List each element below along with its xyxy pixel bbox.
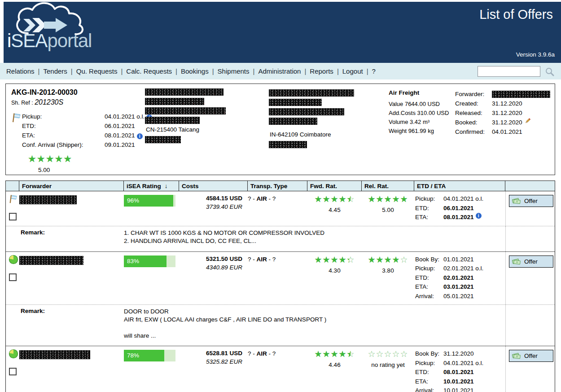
nav-item-?[interactable]: ? — [372, 67, 376, 75]
shipment-meta-block: Forwarder:Created:31.12.2020Released:31.… — [455, 88, 555, 175]
freight-mode: Air Freight — [389, 89, 455, 96]
offer-select-checkbox[interactable] — [9, 273, 17, 281]
shipment-meta-row: Created:31.12.2020 — [455, 99, 555, 108]
reliability-rating: ☆☆☆☆☆★★★★★ 5.00 — [362, 191, 414, 226]
col-header-fwd-rat[interactable]: Fwd. Rat. — [307, 181, 362, 191]
redacted-address-line — [145, 136, 181, 143]
redacted-address-line — [269, 141, 307, 148]
nav-item-bookings[interactable]: Bookings — [181, 67, 209, 75]
origin-address-block: CN-215400 Taicang — [145, 88, 269, 175]
freight-line: Weight 961.99 kg — [389, 127, 455, 136]
shipment-id: AKG-IN-2012-00030 — [11, 88, 145, 97]
shipment-date-row: Conf. Arrival (Shipper):09.01.2021 — [22, 140, 152, 150]
pie-status-icon — [9, 258, 18, 266]
col-header-rel-rat[interactable]: Rel. Rat. — [362, 181, 414, 191]
forwarder-name-redacted — [19, 195, 77, 204]
offer-row-group: 78% 6528.81 USD 5325.82 EUR ? - AIR - ? … — [6, 346, 555, 392]
redacted-address-line — [269, 99, 322, 106]
offer-button[interactable]: Offer — [509, 255, 553, 268]
nav-item-qu-requests[interactable]: Qu. Requests — [76, 67, 118, 75]
nav-item-calc-requests[interactable]: Calc. Requests — [126, 67, 172, 75]
isea-rating-bar: 83% — [124, 255, 175, 267]
nav-item-relations[interactable]: Relations — [6, 67, 35, 75]
freight-line: Add.Costs 310.00 USD — [389, 109, 455, 118]
col-header-transp-type[interactable]: Transp. Type — [248, 181, 307, 191]
remark-label: Remark: — [19, 305, 124, 346]
redacted-address-line — [145, 98, 204, 105]
isea-portal-logo[interactable]: iSEAportal — [4, 2, 112, 61]
logo-wordmark: iSEAportal — [7, 31, 92, 50]
search-icon[interactable] — [545, 66, 555, 83]
transport-type: ? - AIR - ? — [248, 252, 307, 305]
info-icon[interactable]: i — [137, 133, 143, 139]
offer-select-checkbox[interactable] — [9, 213, 17, 220]
shipment-date-row: Pickup:04.01.2021 o.l.i — [22, 112, 152, 121]
pie-status-icon — [9, 352, 18, 360]
offer-schedule: Book By:01.01.2021Pickup:02.01.2021 o.l.… — [414, 252, 505, 305]
freight-line: Value 7644.00 USD — [389, 100, 455, 109]
remark-label: Remark: — [19, 226, 124, 251]
offer-schedule: Pickup:04.01.2021 o.l.ETD:06.01.2021ETA:… — [414, 191, 505, 226]
col-header-select — [6, 181, 19, 191]
reliability-rating: ☆☆☆☆☆★★★★★ 3.80 — [362, 252, 414, 305]
shipment-meta-row: Confirmed:04.01.2021 — [455, 127, 555, 137]
isea-rating-bar: 78% — [124, 350, 175, 361]
shipment-meta-row: Released:31.12.2020 — [455, 108, 555, 118]
money-icon — [512, 352, 521, 359]
version-label: Version 3.9.6a — [516, 51, 555, 58]
nav-item-shipments[interactable]: Shipments — [218, 67, 250, 75]
nav-item-tenders[interactable]: Tenders — [43, 67, 67, 75]
offer-select-checkbox[interactable] — [9, 368, 17, 375]
nav-item-reports[interactable]: Reports — [310, 67, 333, 75]
info-icon[interactable]: i — [476, 213, 482, 219]
sort-desc-icon: ↓ — [165, 183, 168, 189]
redacted-address-line — [269, 108, 344, 115]
forwarder-name-redacted — [492, 91, 550, 98]
offers-table-header: Forwarder iSEA Rating↓ Costs Transp. Typ… — [6, 181, 555, 191]
shipment-summary-panel: AKG-IN-2012-00030 Sh. Ref : 201230S Pick… — [5, 84, 555, 175]
offer-row-group: 83% 5321.50 USD 4340.89 EUR ? - AIR - ? … — [6, 251, 555, 346]
offer-remark-row: Remark: 1. CHAR WT IS 1000 KGS & NO MOTO… — [6, 226, 555, 251]
offer-schedule: Book By:31.12.2020Pickup:04.01.2021 o.l.… — [414, 346, 505, 392]
schedule-row: ETA:08.01.2021i — [415, 213, 505, 222]
origin-city: CN-215400 Taicang — [146, 126, 269, 133]
col-header-etd-eta[interactable]: ETD / ETA — [414, 181, 505, 191]
redacted-address-line — [269, 118, 317, 125]
redacted-address-line — [145, 107, 226, 115]
offer-button[interactable]: Offer — [509, 350, 553, 362]
schedule-row: ETA:10.01.2021 — [415, 377, 505, 387]
schedule-row: Book By:01.01.2021 — [415, 255, 505, 264]
redacted-address-line — [269, 89, 354, 97]
schedule-row: Arrival:05.01.2021 — [415, 292, 505, 301]
schedule-row: ETD:06.01.2021 — [415, 204, 505, 213]
money-icon — [512, 258, 521, 265]
nav-item-logout[interactable]: Logout — [342, 67, 363, 75]
schedule-row: Pickup:04.01.2021 o.l. — [415, 359, 505, 368]
offer-costs: 6528.81 USD 5325.82 EUR — [179, 346, 248, 392]
destination-city: IN-642109 Coimbatore — [270, 131, 389, 138]
nav-item-administration[interactable]: Administration — [258, 67, 301, 75]
schedule-row: ETD:08.01.2021 — [415, 368, 505, 377]
shipment-meta-row: Forwarder: — [455, 89, 555, 99]
transport-type: ? - AIR - ? — [248, 191, 307, 226]
remark-text: DOOR to DOORAIR frt, EXW ( LOCAL AAI cha… — [124, 305, 505, 346]
col-header-offer — [505, 181, 555, 191]
col-header-isea-rating[interactable]: iSEA Rating↓ — [124, 181, 179, 191]
search-input[interactable] — [478, 66, 540, 77]
transport-type: ? - AIR - ? — [248, 346, 307, 392]
forwarder-rating: ☆☆☆☆☆★★★★★ 4.46 — [307, 346, 362, 392]
offer-button[interactable]: Offer — [509, 195, 553, 207]
top-banner: iSEAportal List of Offers Version 3.9.6a — [4, 2, 561, 63]
flag-icon — [11, 117, 22, 124]
redacted-address-line — [145, 117, 200, 124]
offer-costs: 4584.15 USD 3739.40 EUR — [179, 191, 248, 226]
edit-pencil-icon[interactable] — [524, 118, 531, 127]
col-header-forwarder[interactable]: Forwarder — [19, 181, 124, 191]
forwarder-name-redacted — [19, 256, 83, 265]
nav-items: Relations|Tenders|Qu. Requests|Calc. Req… — [6, 67, 376, 75]
meta-rows: Forwarder:Created:31.12.2020Released:31.… — [455, 89, 555, 137]
redacted-address-line — [145, 88, 224, 96]
shipment-ref: Sh. Ref : 201230S — [11, 98, 145, 106]
col-header-costs[interactable]: Costs — [179, 181, 248, 191]
reliability-rating: ☆☆☆☆☆★★★★★ no rating yet — [362, 346, 414, 392]
